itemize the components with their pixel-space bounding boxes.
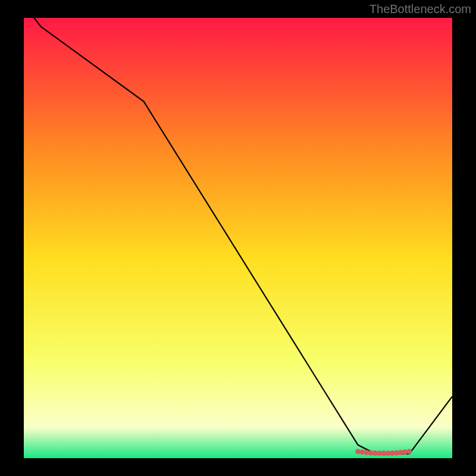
chart-svg [24, 18, 452, 458]
gradient-background [24, 18, 452, 458]
chart-frame: TheBottleneck.com [0, 0, 476, 476]
watermark-text: TheBottleneck.com [369, 2, 471, 16]
plot-area [24, 18, 452, 458]
marker-point [407, 449, 412, 454]
